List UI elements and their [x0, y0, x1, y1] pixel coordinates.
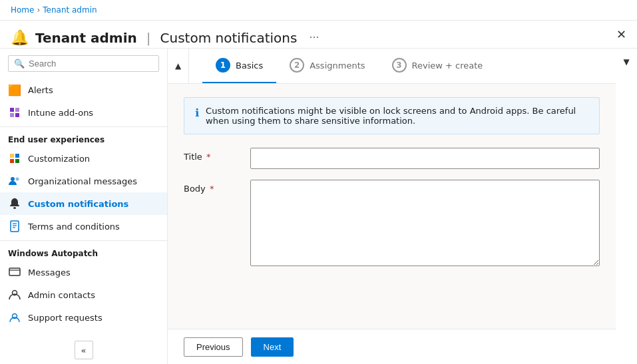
sidebar-item-org-messages[interactable]: Organizational messages — [0, 170, 167, 192]
body-label: Body * — [184, 180, 250, 194]
intune-icon — [8, 106, 21, 119]
svg-rect-5 — [15, 154, 19, 158]
search-icon: 🔍 — [14, 59, 25, 69]
svg-rect-15 — [9, 268, 20, 275]
step-label-basics: Basics — [236, 61, 263, 71]
svg-rect-4 — [10, 154, 14, 158]
sidebar-divider-2 — [0, 240, 167, 241]
sidebar-item-label: Customization — [28, 154, 90, 164]
customization-icon — [8, 152, 21, 165]
svg-rect-2 — [10, 113, 14, 117]
sidebar-item-label: Alerts — [28, 85, 53, 95]
sidebar-item-label: Intune add-ons — [28, 108, 93, 118]
sidebar-item-alerts[interactable]: 🟧 Alerts — [0, 79, 167, 101]
step-tabs: 1 Basics 2 Assignments 3 Review + create — [189, 49, 616, 84]
svg-point-8 — [11, 177, 15, 181]
windows-autopatch-section-label: Windows Autopatch — [0, 244, 167, 261]
alerts-icon: 🟧 — [8, 83, 21, 96]
body-textarea[interactable] — [250, 180, 600, 266]
sidebar-item-label: Organizational messages — [28, 176, 137, 186]
sidebar-item-custom-notifications[interactable]: Custom notifications — [0, 192, 167, 215]
tenant-management-icon — [8, 333, 21, 335]
sidebar-divider-1 — [0, 126, 167, 127]
body-row: Body * — [184, 180, 600, 266]
title-row: Title * — [184, 148, 600, 169]
org-messages-icon — [8, 174, 21, 188]
svg-rect-7 — [15, 159, 19, 163]
sidebar-item-messages[interactable]: Messages — [0, 261, 167, 283]
svg-rect-0 — [10, 108, 14, 112]
close-icon[interactable]: ✕ — [616, 27, 626, 48]
next-button[interactable]: Next — [251, 337, 294, 357]
svg-rect-6 — [10, 159, 14, 163]
sidebar-item-intune-addons[interactable]: Intune add-ons — [0, 101, 167, 124]
step-circle-1: 1 — [216, 58, 230, 73]
breadcrumb: Home › Tenant admin — [0, 0, 637, 21]
support-requests-icon — [8, 311, 21, 324]
breadcrumb-separator: › — [37, 5, 40, 15]
custom-notifications-icon — [8, 197, 21, 210]
svg-point-10 — [13, 207, 16, 209]
admin-contacts-icon — [8, 288, 21, 301]
header-title: Tenant admin — [35, 30, 137, 46]
scroll-down-button[interactable]: ▼ — [618, 54, 634, 70]
main-layout: 🔍 🟧 Alerts Intune add-ons — [0, 49, 637, 364]
wizard-top: ▲ 1 Basics 2 Assignments 3 — [168, 49, 616, 84]
right-scroll-indicator: ▼ — [616, 49, 637, 364]
sidebar-item-label: Custom notifications — [28, 199, 128, 209]
sidebar-scroll-area: 🟧 Alerts Intune add-ons End user experie… — [0, 79, 167, 335]
sidebar-item-label: Tenant management — [28, 335, 118, 336]
breadcrumb-current[interactable]: Tenant admin — [43, 5, 97, 15]
svg-point-9 — [16, 178, 19, 181]
info-banner-text: Custom notifications might be visible on… — [206, 106, 588, 126]
search-box[interactable]: 🔍 — [8, 55, 159, 72]
sidebar-item-label: Admin contacts — [28, 290, 95, 300]
scroll-up-button[interactable]: ▲ — [168, 49, 189, 84]
sidebar-item-label: Messages — [28, 268, 71, 277]
svg-rect-3 — [15, 113, 19, 117]
sidebar-item-label: Terms and conditions — [28, 222, 120, 232]
sidebar-item-support-requests[interactable]: Support requests — [0, 306, 167, 329]
sidebar-item-label: Support requests — [28, 313, 103, 323]
info-banner: ℹ Custom notifications might be visible … — [184, 97, 600, 134]
sidebar-item-tenant-management[interactable]: Tenant management — [0, 329, 167, 335]
step-label-assignments: Assignments — [310, 61, 365, 71]
title-input[interactable] — [250, 148, 600, 169]
svg-rect-11 — [11, 221, 19, 232]
tab-basics[interactable]: 1 Basics — [202, 49, 276, 83]
breadcrumb-home[interactable]: Home — [11, 5, 34, 15]
search-input[interactable] — [29, 59, 153, 69]
terms-icon — [8, 220, 21, 233]
previous-button[interactable]: Previous — [184, 337, 243, 357]
wizard-content: ℹ Custom notifications might be visible … — [168, 84, 616, 329]
title-required-star: * — [206, 152, 211, 162]
page-header: 🔔 Tenant admin | Custom notifications ··… — [0, 21, 637, 49]
messages-icon — [8, 266, 21, 279]
sidebar-item-admin-contacts[interactable]: Admin contacts — [0, 283, 167, 306]
collapse-sidebar-button[interactable]: « — [75, 341, 93, 359]
end-user-section-label: End user experiences — [0, 130, 167, 147]
title-label: Title * — [184, 148, 250, 162]
tab-assignments[interactable]: 2 Assignments — [276, 49, 378, 83]
step-label-review-create: Review + create — [412, 61, 483, 71]
bell-icon: 🔔 — [11, 29, 29, 46]
body-required-star: * — [210, 184, 214, 194]
wizard-footer: Previous Next — [168, 329, 616, 364]
tab-review-create[interactable]: 3 Review + create — [379, 49, 497, 83]
header-separator: | — [146, 30, 151, 46]
more-options-icon[interactable]: ··· — [309, 31, 319, 44]
sidebar-item-customization[interactable]: Customization — [0, 147, 167, 170]
sidebar-item-terms[interactable]: Terms and conditions — [0, 215, 167, 238]
step-circle-2: 2 — [290, 58, 304, 73]
info-icon: ℹ — [195, 106, 199, 119]
step-circle-3: 3 — [392, 58, 407, 73]
svg-rect-1 — [15, 108, 19, 112]
header-subtitle: Custom notifications — [160, 30, 298, 46]
content-area: ▲ 1 Basics 2 Assignments 3 — [168, 49, 616, 364]
sidebar: 🔍 🟧 Alerts Intune add-ons — [0, 49, 168, 364]
